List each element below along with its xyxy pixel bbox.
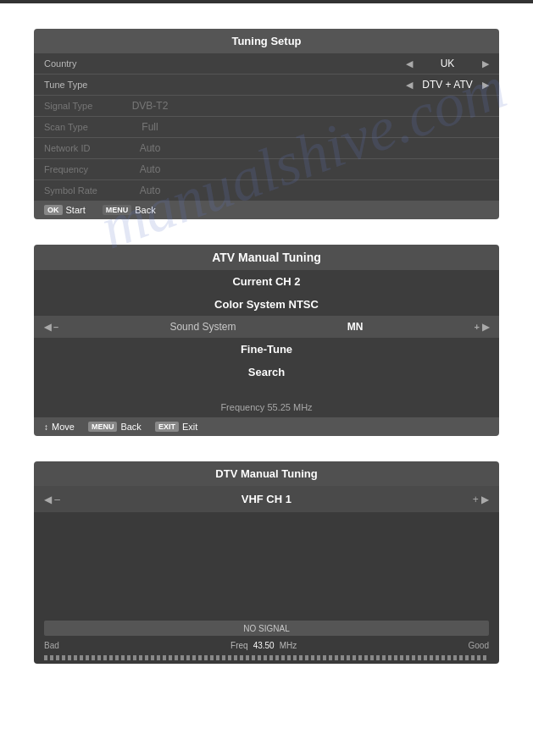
country-label: Country (44, 58, 120, 69)
ok-badge: OK (44, 205, 63, 215)
scan-type-value: Full (120, 121, 180, 133)
atv-footer: ↕ Move MENU Back EXIT Exit (34, 417, 499, 436)
country-value: UK (418, 58, 477, 69)
country-row[interactable]: Country ◀ UK ▶ (34, 53, 499, 74)
tune-type-row[interactable]: Tune Type ◀ DTV + ATV ▶ (34, 74, 499, 96)
color-system-row: Color System NTSC (34, 293, 499, 316)
sound-system-label: Sound System (169, 321, 236, 333)
sound-system-value: MN (347, 321, 364, 333)
atv-exit-button[interactable]: EXIT Exit (155, 422, 197, 432)
tune-type-arrow-left[interactable]: ◀ (406, 80, 413, 91)
dtv-empty-area (34, 512, 499, 614)
network-id-label: Network ID (44, 143, 120, 153)
signal-type-label: Signal Type (44, 101, 120, 111)
symbol-rate-value: Auto (120, 185, 180, 196)
frequency-row: Frequency Auto (34, 159, 499, 180)
tune-type-arrow-right[interactable]: ▶ (482, 80, 489, 91)
dtv-freq-unit: MHz (280, 641, 297, 650)
symbol-rate-row: Symbol Rate Auto (34, 180, 499, 201)
network-id-row: Network ID Auto (34, 138, 499, 159)
dtv-signal-section: NO SIGNAL Bad Freq 43.50 MHz Good (34, 614, 499, 664)
tuning-setup-panel: Tuning Setup Country ◀ UK ▶ Tune Type ◀ … (34, 29, 499, 219)
move-icon: ↕ (44, 422, 48, 432)
atv-exit-badge: EXIT (155, 422, 179, 432)
dtv-signal-bar: NO SIGNAL (44, 621, 489, 636)
scan-type-row: Scan Type Full (34, 117, 499, 138)
atv-back-label: Back (120, 422, 141, 432)
dtv-freq-row: Bad Freq 43.50 MHz Good (44, 639, 489, 652)
dtv-ch-value: VHF CH 1 (242, 493, 291, 505)
atv-empty-row (34, 384, 499, 395)
top-divider (0, 0, 533, 3)
tune-type-value: DTV + ATV (418, 79, 477, 91)
dtv-progress-bar (44, 655, 489, 660)
atv-freq-label: Frequency (220, 402, 264, 412)
back-button[interactable]: MENU Back (103, 205, 156, 215)
signal-type-value: DVB-T2 (120, 100, 180, 112)
fine-tune-row[interactable]: Fine-Tune (34, 338, 499, 361)
signal-type-row: Signal Type DVB-T2 (34, 96, 499, 117)
atv-title: ATV Manual Tuning (34, 245, 499, 270)
dtv-freq-center: Freq 43.50 MHz (230, 641, 297, 650)
color-system-label: Color System NTSC (214, 298, 319, 311)
tune-type-label: Tune Type (44, 80, 120, 90)
search-label: Search (248, 366, 285, 378)
atv-body: Current CH 2 Color System NTSC ◀ – Sound… (34, 270, 499, 417)
dtv-freq-value: 43.50 (253, 641, 275, 650)
current-ch-row: Current CH 2 (34, 270, 499, 293)
atv-move-button[interactable]: ↕ Move (44, 422, 75, 432)
atv-freq-value: 55.25 MHz (267, 402, 312, 412)
dtv-freq-label: Freq (230, 641, 248, 650)
frequency-value: Auto (120, 163, 180, 175)
sound-system-row[interactable]: ◀ – Sound System MN + ▶ (34, 316, 499, 338)
tuning-setup-body: Country ◀ UK ▶ Tune Type ◀ DTV + ATV ▶ S… (34, 53, 499, 201)
start-label: Start (66, 205, 86, 215)
country-arrow-right[interactable]: ▶ (482, 58, 489, 69)
atv-menu-badge: MENU (88, 422, 118, 432)
sound-arrow-left[interactable]: ◀ – (44, 322, 58, 333)
country-arrow-left[interactable]: ◀ (406, 58, 413, 69)
dtv-title: DTV Manual Tuning (34, 461, 499, 486)
menu-badge: MENU (103, 205, 132, 215)
back-label: Back (135, 205, 155, 215)
dtv-ch-arrow-left[interactable]: ◀ – (44, 494, 60, 505)
sound-arrow-right[interactable]: + ▶ (475, 322, 489, 333)
tuning-setup-title: Tuning Setup (34, 29, 499, 53)
symbol-rate-label: Symbol Rate (44, 185, 120, 196)
atv-back-button[interactable]: MENU Back (88, 422, 142, 432)
fine-tune-label: Fine-Tune (241, 343, 292, 356)
dtv-signal-label: NO SIGNAL (243, 624, 289, 633)
dtv-good-label: Good (469, 641, 489, 650)
atv-frequency-row: Frequency 55.25 MHz (34, 397, 499, 417)
atv-move-label: Move (52, 422, 75, 432)
current-ch-label: Current CH 2 (232, 275, 300, 288)
search-row[interactable]: Search (34, 361, 499, 384)
dtv-ch-arrow-right[interactable]: + ▶ (473, 494, 489, 505)
scan-type-label: Scan Type (44, 122, 120, 132)
frequency-label: Frequency (44, 164, 120, 174)
start-button[interactable]: OK Start (44, 205, 86, 215)
atv-panel: ATV Manual Tuning Current CH 2 Color Sys… (34, 245, 499, 436)
dtv-panel: DTV Manual Tuning ◀ – VHF CH 1 + ▶ NO SI… (34, 461, 499, 664)
dtv-bad-label: Bad (44, 641, 59, 650)
tuning-setup-footer: OK Start MENU Back (34, 201, 499, 219)
network-id-value: Auto (120, 142, 180, 154)
dtv-ch-row[interactable]: ◀ – VHF CH 1 + ▶ (34, 486, 499, 512)
dtv-body: ◀ – VHF CH 1 + ▶ NO SIGNAL Bad Freq 43.5… (34, 486, 499, 664)
atv-exit-label: Exit (182, 422, 197, 432)
